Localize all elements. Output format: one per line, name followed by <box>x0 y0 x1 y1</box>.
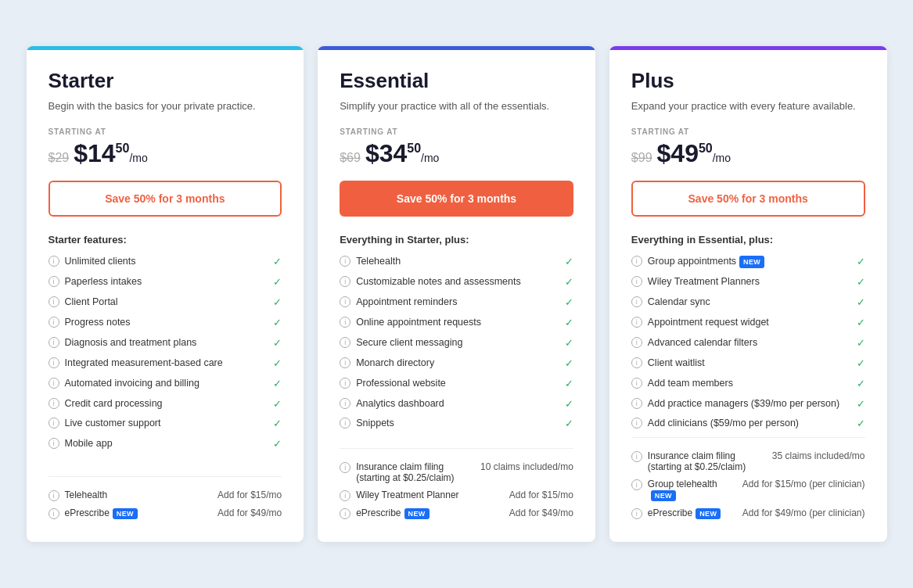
feature-left-plus-6: iAdd team members <box>631 377 852 390</box>
info-icon-plus-1: i <box>631 276 642 287</box>
addon-text-plus-0: Insurance claim filing (starting at $0.2… <box>648 450 767 472</box>
plan-name-plus: Plus <box>631 69 865 93</box>
plan-card-essential: EssentialSimplify your practice with all… <box>318 46 595 541</box>
feature-item-essential-7: iAnalytics dashboard✓ <box>340 397 573 411</box>
feature-text-plus-3: Appointment request widget <box>648 316 769 329</box>
feature-left-plus-8: iAdd clinicians ($59/mo per person) <box>631 417 852 430</box>
addon-price-plus-2: Add for $49/mo (per clinician) <box>742 507 865 520</box>
info-icon-essential-3: i <box>340 317 350 328</box>
check-icon-essential-7: ✓ <box>565 398 573 410</box>
addon-text-starter-1: ePrescribeNEW <box>65 507 138 519</box>
addon-text-plus-1: Group telehealthNEW <box>648 479 738 501</box>
info-icon-plus-3: i <box>631 317 642 328</box>
addon-info-icon-essential-2: i <box>340 508 350 519</box>
feature-text-starter-9: Mobile app <box>65 437 113 450</box>
features-heading-starter: Starter features: <box>49 234 282 246</box>
info-icon-starter-7: i <box>49 398 59 409</box>
feature-left-plus-1: iWiley Treatment Planners <box>631 275 852 289</box>
check-icon-starter-8: ✓ <box>273 418 282 429</box>
pricing-container: StarterBegin with the basics for your pr… <box>27 46 887 541</box>
price-row-essential: $69$3450/mo <box>340 139 573 168</box>
feature-text-essential-1: Customizable notes and assessments <box>356 275 521 289</box>
addon-price-essential-2: Add for $49/mo <box>509 507 573 520</box>
feature-text-plus-7: Add practice managers ($39/mo per person… <box>648 397 839 411</box>
feature-left-starter-8: iLive customer support <box>49 417 269 430</box>
feature-left-plus-3: iAppointment request widget <box>631 316 852 329</box>
addon-section-plus: iInsurance claim filing (starting at $0.… <box>631 437 865 525</box>
info-icon-essential-0: i <box>340 256 350 267</box>
addon-info-icon-plus-0: i <box>631 451 642 462</box>
addon-text-starter-0: Telehealth <box>65 489 108 500</box>
feature-left-essential-0: iTelehealth <box>340 255 560 268</box>
feature-item-essential-4: iSecure client messaging✓ <box>340 336 573 350</box>
feature-item-starter-5: iIntegrated measurement-based care✓ <box>49 357 282 370</box>
feature-text-plus-8: Add clinicians ($59/mo per person) <box>648 417 799 430</box>
addon-info-icon-essential-1: i <box>340 490 350 501</box>
feature-left-essential-5: iMonarch directory <box>340 357 560 370</box>
feature-item-starter-8: iLive customer support✓ <box>49 417 282 430</box>
price-row-starter: $29$1450/mo <box>49 139 282 168</box>
feature-text-starter-3: Progress notes <box>65 316 131 329</box>
check-icon-plus-6: ✓ <box>857 378 865 389</box>
feature-left-essential-1: iCustomizable notes and assessments <box>340 275 560 289</box>
cta-button-starter[interactable]: Save 50% for 3 months <box>49 181 282 217</box>
feature-left-starter-7: iCredit card processing <box>49 397 269 411</box>
feature-item-starter-1: iPaperless intakes✓ <box>49 275 282 289</box>
info-icon-plus-6: i <box>631 378 642 389</box>
features-heading-essential: Everything in Starter, plus: <box>340 234 573 246</box>
feature-item-essential-3: iOnline appointment requests✓ <box>340 316 573 329</box>
feature-left-essential-3: iOnline appointment requests <box>340 316 560 329</box>
addon-price-essential-1: Add for $15/mo <box>509 489 573 502</box>
plan-card-starter: StarterBegin with the basics for your pr… <box>27 46 304 541</box>
check-icon-starter-3: ✓ <box>273 317 282 328</box>
addon-badge-essential-2: NEW <box>404 508 430 519</box>
addon-price-starter-0: Add for $15/mo <box>217 489 282 502</box>
info-icon-essential-4: i <box>340 337 350 348</box>
addon-badge-starter-1: NEW <box>113 508 138 519</box>
starting-at-label-essential: STARTING AT <box>340 127 573 136</box>
feature-item-essential-8: iSnippets✓ <box>340 417 573 430</box>
feature-item-plus-5: iClient waitlist✓ <box>631 357 865 370</box>
feature-text-essential-5: Monarch directory <box>356 357 434 370</box>
addon-info-icon-plus-1: i <box>631 479 642 490</box>
check-icon-essential-2: ✓ <box>565 296 573 308</box>
feature-item-essential-5: iMonarch directory✓ <box>340 357 573 370</box>
check-icon-plus-0: ✓ <box>857 256 865 267</box>
info-icon-plus-0: i <box>631 256 642 267</box>
feature-left-plus-5: iClient waitlist <box>631 357 852 370</box>
feature-text-starter-5: Integrated measurement-based care <box>65 357 223 370</box>
info-icon-starter-3: i <box>49 317 59 328</box>
addon-info-icon-essential-0: i <box>340 462 350 473</box>
addon-text-essential-0: Insurance claim filing (starting at $0.2… <box>356 461 476 483</box>
addon-item-essential-0: iInsurance claim filing (starting at $0.… <box>340 461 573 483</box>
price-original-plus: $99 <box>631 151 652 165</box>
feature-left-starter-3: iProgress notes <box>49 316 269 329</box>
plan-card-plus: PlusExpand your practice with every feat… <box>609 46 887 541</box>
feature-item-plus-0: iGroup appointmentsNEW✓ <box>631 255 865 268</box>
feature-left-starter-9: iMobile app <box>49 437 269 450</box>
addon-item-starter-0: iTelehealthAdd for $15/mo <box>49 489 282 502</box>
feature-text-starter-7: Credit card processing <box>65 397 163 411</box>
cta-button-plus[interactable]: Save 50% for 3 months <box>631 181 865 217</box>
addon-price-plus-0: 35 claims included/mo <box>772 450 865 463</box>
feature-item-starter-9: iMobile app✓ <box>49 437 282 450</box>
info-icon-starter-4: i <box>49 337 59 348</box>
info-icon-essential-2: i <box>340 296 350 307</box>
addon-text-essential-1: Wiley Treatment Planner <box>356 489 458 500</box>
plan-body-essential: EssentialSimplify your practice with all… <box>318 50 595 541</box>
check-icon-starter-5: ✓ <box>273 357 282 369</box>
check-icon-plus-8: ✓ <box>857 418 865 429</box>
price-current-essential: $3450/mo <box>365 139 440 168</box>
price-original-starter: $29 <box>49 151 70 165</box>
cta-button-essential[interactable]: Save 50% for 3 months <box>340 181 573 217</box>
check-icon-essential-6: ✓ <box>565 378 573 389</box>
info-icon-essential-6: i <box>340 378 350 389</box>
feature-item-plus-7: iAdd practice managers ($39/mo per perso… <box>631 397 865 411</box>
feature-left-starter-5: iIntegrated measurement-based care <box>49 357 269 370</box>
feature-left-essential-2: iAppointment reminders <box>340 296 560 309</box>
feature-text-plus-6: Add team members <box>648 377 733 390</box>
info-icon-starter-0: i <box>49 256 59 267</box>
price-current-plus: $4950/mo <box>657 139 731 168</box>
info-icon-starter-1: i <box>49 276 59 287</box>
feature-left-starter-0: iUnlimited clients <box>49 255 269 268</box>
